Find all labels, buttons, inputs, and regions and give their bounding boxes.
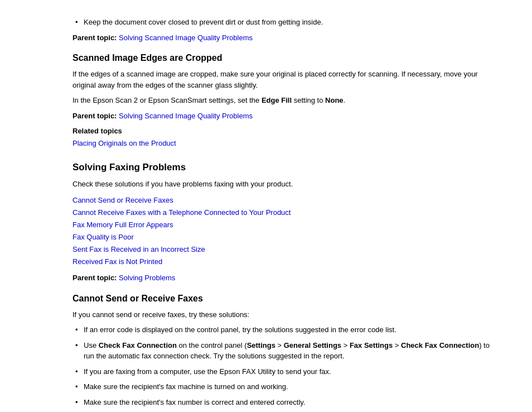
section-1-para-1: If the edges of a scanned image are crop… [72,69,499,90]
bullet-2-mid-2: > [275,341,284,349]
bullet-text: Keep the document cover closed to preven… [72,18,323,26]
related-topics-label: Related topics [72,127,499,135]
parent-topic-line-1: Parent topic: Solving Scanned Image Qual… [72,32,499,44]
parent-topic-label-1: Parent topic: [72,33,117,42]
para-2-bold-1: Edge Fill [262,96,292,104]
section-1-content: If the edges of a scanned image are crop… [72,69,499,150]
section-2-parent-topic-line: Parent topic: Solving Problems [72,272,499,284]
related-link-placing-originals[interactable]: Placing Originals on the Product [72,137,499,150]
bullet-2-mid-3: > [341,341,350,349]
section-2-parent-topic-label: Parent topic: [72,274,117,282]
para-2-bold-2: None [325,96,344,104]
para-2-after: . [344,96,346,104]
bullet-2-before: Use [84,341,99,349]
link-received-fax-not-printed[interactable]: Received Fax is Not Printed [72,256,499,268]
bullet-2-bold-1: Check Fax Connection [99,341,177,349]
link-fax-memory-full[interactable]: Fax Memory Full Error Appears [72,219,499,231]
section-1-para-2: In the Epson Scan 2 or Epson ScanSmart s… [72,95,499,106]
faxing-problems-links: Cannot Send or Receive Faxes Cannot Rece… [72,194,499,269]
section-1-parent-topic-label: Parent topic: [72,112,117,120]
section-3-content: If you cannot send or receive faxes, try… [72,309,499,412]
section-3-bullet-2: Use Check Fax Connection on the control … [72,340,499,362]
bullet-2-bold-5: Check Fax Connection [401,341,479,349]
section-2-parent-topic-link[interactable]: Solving Problems [119,274,175,282]
section-3-bullet-3: If you are faxing from a computer, use t… [72,366,499,377]
link-cannot-receive-faxes-telephone[interactable]: Cannot Receive Faxes with a Telephone Co… [72,207,499,219]
bullet-2-bold-4: Fax Settings [350,341,393,349]
bullet-2-bold-3: General Settings [284,341,341,349]
top-bullet-item: Keep the document cover closed to preven… [72,17,499,28]
link-fax-quality-poor[interactable]: Fax Quality is Poor [72,231,499,243]
section-1-heading: Scanned Image Edges are Cropped [72,53,499,63]
section-3-bullet-1: If an error code is displayed on the con… [72,324,499,336]
link-sent-fax-incorrect-size[interactable]: Sent Fax is Received in an Incorrect Siz… [72,243,499,256]
bullet-2-mid-1: on the control panel ( [177,341,247,349]
link-cannot-send-receive-faxes[interactable]: Cannot Send or Receive Faxes [72,194,499,207]
page-container: Keep the document cover closed to preven… [0,0,532,412]
section-3-bullet-4: Make sure the recipient's fax machine is… [72,381,499,392]
section-3-bullet-5: Make sure the recipient's fax number is … [72,397,499,408]
section-2-intro: Check these solutions if you have proble… [72,179,499,190]
para-2-before: In the Epson Scan 2 or Epson ScanSmart s… [72,96,262,104]
para-2-middle: setting to [292,96,325,104]
bullet-2-bold-2: Settings [247,341,275,349]
section-3-intro: If you cannot send or receive faxes, try… [72,309,499,320]
parent-topic-link-1[interactable]: Solving Scanned Image Quality Problems [119,33,253,42]
bullet-2-mid-4: > [393,341,401,349]
related-links-list: Placing Originals on the Product [72,137,499,150]
section-2-heading: Solving Faxing Problems [72,162,499,173]
section-1-parent-topic-link[interactable]: Solving Scanned Image Quality Problems [119,112,253,120]
section-2-content: Check these solutions if you have proble… [72,179,499,284]
section-3-heading: Cannot Send or Receive Faxes [72,294,499,304]
section-1-parent-topic-line: Parent topic: Solving Scanned Image Qual… [72,111,499,122]
